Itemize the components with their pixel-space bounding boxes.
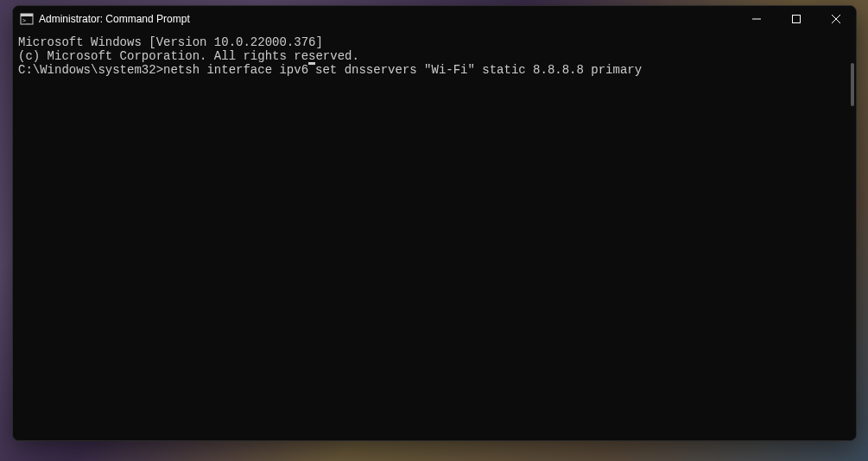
command-text-after: set dnsservers "Wi-Fi" static 8.8.8.8 pr… xyxy=(315,63,642,77)
version-line: Microsoft Windows [Version 10.0.22000.37… xyxy=(18,35,851,49)
minimize-button[interactable] xyxy=(737,6,776,32)
command-prompt-window: >_ Administrator: Command Prompt xyxy=(12,5,857,441)
titlebar[interactable]: >_ Administrator: Command Prompt xyxy=(13,6,856,32)
terminal-output[interactable]: Microsoft Windows [Version 10.0.22000.37… xyxy=(13,32,856,440)
text-cursor xyxy=(308,62,315,65)
prompt-path: C:\Windows\system32> xyxy=(18,63,163,77)
window-title: Administrator: Command Prompt xyxy=(39,13,737,25)
cmd-icon: >_ xyxy=(20,12,34,26)
maximize-button[interactable] xyxy=(776,6,816,32)
copyright-line: (c) Microsoft Corporation. All rights re… xyxy=(18,49,851,63)
svg-rect-1 xyxy=(21,14,33,16)
scrollbar-thumb[interactable] xyxy=(851,63,854,106)
window-controls xyxy=(737,6,856,32)
command-text-before: netsh interface ipv6 xyxy=(163,63,308,77)
prompt-line: C:\Windows\system32>netsh interface ipv6… xyxy=(18,63,851,77)
close-button[interactable] xyxy=(816,6,856,32)
svg-rect-4 xyxy=(793,16,801,23)
svg-text:>_: >_ xyxy=(22,17,30,24)
